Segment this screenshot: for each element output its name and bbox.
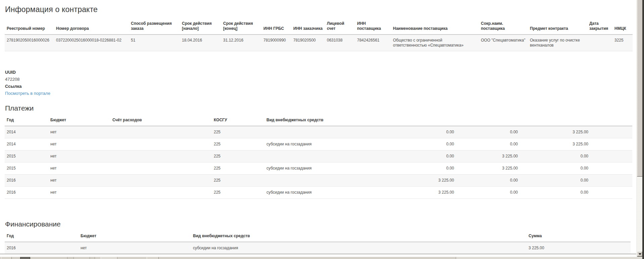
cell-budget: нет xyxy=(48,126,110,138)
cell-registry-number: 2781902050016000026 xyxy=(5,35,54,51)
cell-inn-customer: 7819020500 xyxy=(291,35,325,51)
cell-amount-2: 0.00 xyxy=(456,175,520,187)
frame-bottom-border xyxy=(0,254,636,254)
col-header-budget: Бюджет xyxy=(79,231,191,242)
cell-amount-1: 3 225.00 xyxy=(379,175,456,187)
cell-budget: нет xyxy=(79,242,191,254)
cell-amount-1: 0.00 xyxy=(379,150,456,163)
col-header-end-date: Срок действия [конец] xyxy=(221,18,261,35)
cell-year: 2015 xyxy=(5,150,48,163)
payments-header-row: Год Бюджет Счёт расходов КОСГУ Вид внебю… xyxy=(5,115,632,126)
link-label: Ссылка xyxy=(5,83,634,90)
col-header-kosgu: КОСГУ xyxy=(212,115,264,126)
payments-row: 2015 нет 225 0.00 3 225.00 0.00 xyxy=(5,150,632,163)
contract-info-table: Реестровый номер Номер договора Способ р… xyxy=(5,18,633,51)
cell-kosgu: 225 xyxy=(212,175,264,187)
cell-kosgu: 225 xyxy=(212,163,264,175)
cell-amount-2: 0.00 xyxy=(456,126,520,138)
details-block: UUID 472208 Ссылка Посмотреть в портале xyxy=(5,69,634,97)
payments-row: 2016 нет 225 субсидии на госзадания 3 22… xyxy=(5,187,632,199)
col-header-extrabudget-type: Вид внебюджетных средств xyxy=(191,231,527,242)
cell-nmck: 3225 xyxy=(612,35,633,51)
col-header-inn-grbs: ИНН ГРБС xyxy=(261,18,291,35)
cell-year: 2016 xyxy=(5,187,48,199)
taskbar-button[interactable] xyxy=(147,257,159,259)
cell-amount-3: 3 225.00 xyxy=(520,138,632,150)
cell-year: 2016 xyxy=(5,242,79,254)
col-header-extrabudget-type: Вид внебюджетных средств xyxy=(264,115,379,126)
window-right-edge xyxy=(642,0,644,259)
col-header-inn-supplier: ИНН поставщика xyxy=(355,18,391,35)
cell-amount-1: 0.00 xyxy=(379,163,456,175)
cell-budget: нет xyxy=(48,187,110,199)
cell-placement-method: 51 xyxy=(129,35,180,51)
col-header-supplier-short-name: Сокр.наим. поставщика xyxy=(479,18,528,35)
col-header-placement-method: Способ размещения заказа xyxy=(129,18,180,35)
cell-inn-grbs: 7819000990 xyxy=(261,35,291,51)
cell-expense-account xyxy=(110,138,212,150)
cell-expense-account xyxy=(110,126,212,138)
col-header-amount-1 xyxy=(379,115,456,126)
cell-amount-3: 0.00 xyxy=(520,175,632,187)
col-header-supplier-name: Наименование поставщика xyxy=(391,18,479,35)
scrollbar-thumb[interactable] xyxy=(637,0,643,177)
payments-row: 2015 нет 225 субсидии на госзадания 0.00… xyxy=(5,163,632,175)
financing-table: Год Бюджет Вид внебюджетных средств Сумм… xyxy=(5,231,631,254)
uuid-value: 472208 xyxy=(5,76,634,83)
cell-year: 2014 xyxy=(5,126,48,138)
uuid-label: UUID xyxy=(5,69,634,76)
scroll-down-button[interactable] xyxy=(637,251,643,257)
vertical-scrollbar[interactable] xyxy=(636,0,642,259)
cell-extrabudget-type: субсидии на госзадания xyxy=(264,163,379,175)
arrow-down-icon xyxy=(639,253,641,255)
financing-header-row: Год Бюджет Вид внебюджетных средств Сумм… xyxy=(5,231,631,242)
col-header-year: Год xyxy=(5,231,79,242)
cell-amount-3: 0.00 xyxy=(520,163,632,175)
col-header-personal-account: Лицевой счет xyxy=(325,18,355,35)
cell-expense-account xyxy=(110,150,212,163)
taskbar-button[interactable] xyxy=(90,257,95,259)
taskbar-button[interactable] xyxy=(67,257,74,259)
taskbar-start-button[interactable] xyxy=(1,257,12,259)
col-header-contract-number: Номер договора xyxy=(54,18,129,35)
contract-header-row: Реестровый номер Номер договора Способ р… xyxy=(5,18,633,35)
col-header-contract-subject: Предмет контракта xyxy=(528,18,587,35)
taskbar-tray xyxy=(456,257,642,259)
col-header-start-date: Срок действия [начало] xyxy=(180,18,221,35)
col-header-registry-number: Реестровый номер xyxy=(5,18,54,35)
cell-year: 2016 xyxy=(5,175,48,187)
cell-amount-1: 0.00 xyxy=(379,138,456,150)
cell-extrabudget-type xyxy=(264,126,379,138)
col-header-budget: Бюджет xyxy=(48,115,110,126)
taskbar-button[interactable] xyxy=(101,257,117,259)
cell-supplier-short-name: ООО "Спецавтоматика" xyxy=(479,35,528,51)
page-title: Информация о контракте xyxy=(5,5,634,14)
cell-kosgu: 225 xyxy=(212,150,264,163)
cell-kosgu: 225 xyxy=(212,138,264,150)
portal-link[interactable]: Посмотреть в портале xyxy=(5,91,50,96)
cell-extrabudget-type: субсидии на госзадания xyxy=(191,242,527,254)
col-header-inn-customer: ИНН заказчика xyxy=(291,18,325,35)
col-header-amount-3 xyxy=(520,115,632,126)
payments-row: 2014 нет 225 субсидии на госзадания 0.00… xyxy=(5,138,632,150)
cell-amount-3: 0.00 xyxy=(520,187,632,199)
cell-contract-number: 0372200025016000018-0226881-02 xyxy=(54,35,129,51)
cell-amount-1: 3 225.00 xyxy=(379,187,456,199)
cell-budget: нет xyxy=(48,175,110,187)
cell-budget: нет xyxy=(48,138,110,150)
payments-row: 2014 нет 225 0.00 0.00 3 225.00 xyxy=(5,126,632,138)
cell-close-date xyxy=(587,35,612,51)
payments-table: Год Бюджет Счёт расходов КОСГУ Вид внебю… xyxy=(5,115,632,199)
taskbar xyxy=(0,257,642,259)
cell-amount-3: 3 225.00 xyxy=(520,126,632,138)
cell-inn-supplier: 7842426561 xyxy=(355,35,391,51)
cell-supplier-name: Общество с ограниченной ответственностью… xyxy=(391,35,479,51)
cell-extrabudget-type: субсидии на госзадания xyxy=(264,138,379,150)
cell-year: 2014 xyxy=(5,138,48,150)
contract-page: Информация о контракте Реестровый номер … xyxy=(0,0,634,254)
payments-title: Платежи xyxy=(5,104,634,112)
cell-kosgu: 225 xyxy=(212,187,264,199)
taskbar-active-button[interactable] xyxy=(20,257,30,259)
col-header-sum: Сумма xyxy=(527,231,631,242)
cell-extrabudget-type xyxy=(264,150,379,163)
